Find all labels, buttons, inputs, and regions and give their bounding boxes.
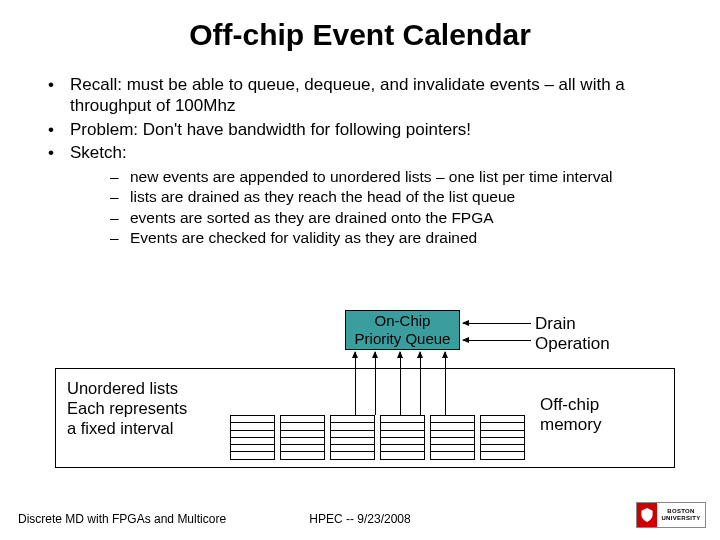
mem-line2: memory — [540, 415, 601, 434]
logo-shield-icon — [637, 503, 657, 527]
bullet-item: Recall: must be able to queue, dequeue, … — [40, 74, 680, 117]
list-stack — [280, 415, 325, 460]
pq-line2: Priority Queue — [355, 330, 451, 347]
list-stack — [230, 415, 275, 460]
unordered-lists-label: Unordered lists Each represents a fixed … — [67, 378, 187, 438]
footer: Discrete MD with FPGAs and Multicore HPE… — [0, 506, 720, 526]
offchip-memory-label: Off-chip memory — [540, 395, 601, 435]
slide-title: Off-chip Event Calendar — [0, 0, 720, 52]
bullet-item: Problem: Don't have bandwidth for follow… — [40, 119, 680, 140]
pq-line1: On-Chip — [375, 312, 431, 329]
logo-text: BOSTON UNIVERSITY — [657, 503, 705, 527]
sub-bullet-list: new events are appended to unordered lis… — [70, 167, 680, 248]
arrow-drain-1 — [463, 323, 531, 324]
arrow-up — [400, 352, 401, 415]
drain-line2: Operation — [535, 334, 610, 353]
logo-text-top: BOSTON — [667, 508, 694, 515]
priority-queue-box: On-Chip Priority Queue — [345, 310, 460, 350]
bullet-list: Recall: must be able to queue, dequeue, … — [40, 74, 680, 248]
arrow-up — [375, 352, 376, 415]
logo-text-bot: UNIVERSITY — [661, 515, 700, 522]
boston-university-logo: BOSTON UNIVERSITY — [636, 502, 706, 528]
list-stack — [480, 415, 525, 460]
mem-line1: Off-chip — [540, 395, 599, 414]
diagram: On-Chip Priority Queue Drain Operation U… — [55, 310, 675, 480]
drain-operation-label: Drain Operation — [535, 314, 610, 354]
arrow-up — [420, 352, 421, 415]
footer-center: HPEC -- 9/23/2008 — [0, 512, 720, 526]
bullet-item: Sketch: new events are appended to unord… — [40, 142, 680, 248]
arrow-up — [355, 352, 356, 415]
arrow-drain-2 — [463, 340, 531, 341]
sub-bullet-item: Events are checked for validity as they … — [70, 228, 680, 247]
sub-bullet-item: lists are drained as they reach the head… — [70, 187, 680, 206]
slide: Off-chip Event Calendar Recall: must be … — [0, 0, 720, 540]
sub-bullet-item: events are sorted as they are drained on… — [70, 208, 680, 227]
list-stack — [430, 415, 475, 460]
ul-line3: a fixed interval — [67, 419, 173, 437]
bullet-text: Sketch: — [70, 143, 127, 162]
drain-line1: Drain — [535, 314, 576, 333]
list-stack — [330, 415, 375, 460]
slide-content: Recall: must be able to queue, dequeue, … — [0, 52, 720, 248]
arrow-up — [445, 352, 446, 415]
list-stack — [380, 415, 425, 460]
ul-line1: Unordered lists — [67, 379, 178, 397]
sub-bullet-item: new events are appended to unordered lis… — [70, 167, 680, 186]
ul-line2: Each represents — [67, 399, 187, 417]
